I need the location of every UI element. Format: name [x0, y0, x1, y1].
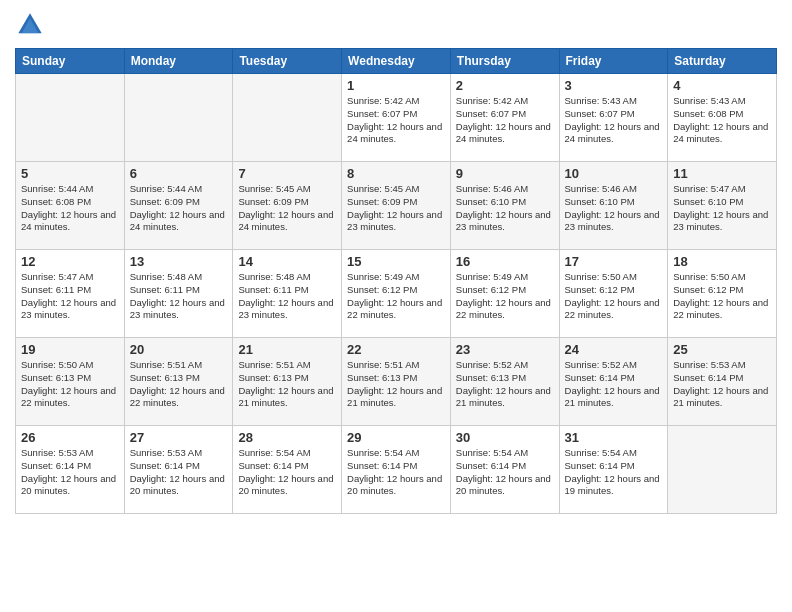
day-number: 13 [130, 254, 228, 269]
day-info: Sunrise: 5:54 AM Sunset: 6:14 PM Dayligh… [565, 447, 663, 498]
day-info: Sunrise: 5:52 AM Sunset: 6:14 PM Dayligh… [565, 359, 663, 410]
day-number: 17 [565, 254, 663, 269]
day-number: 6 [130, 166, 228, 181]
day-number: 22 [347, 342, 445, 357]
day-info: Sunrise: 5:54 AM Sunset: 6:14 PM Dayligh… [456, 447, 554, 498]
day-info: Sunrise: 5:46 AM Sunset: 6:10 PM Dayligh… [565, 183, 663, 234]
day-number: 2 [456, 78, 554, 93]
weekday-header-row: SundayMondayTuesdayWednesdayThursdayFrid… [16, 49, 777, 74]
day-number: 9 [456, 166, 554, 181]
day-info: Sunrise: 5:47 AM Sunset: 6:11 PM Dayligh… [21, 271, 119, 322]
calendar-cell: 14Sunrise: 5:48 AM Sunset: 6:11 PM Dayli… [233, 250, 342, 338]
calendar-cell: 15Sunrise: 5:49 AM Sunset: 6:12 PM Dayli… [342, 250, 451, 338]
calendar-cell: 16Sunrise: 5:49 AM Sunset: 6:12 PM Dayli… [450, 250, 559, 338]
week-row: 12Sunrise: 5:47 AM Sunset: 6:11 PM Dayli… [16, 250, 777, 338]
calendar-cell: 17Sunrise: 5:50 AM Sunset: 6:12 PM Dayli… [559, 250, 668, 338]
day-number: 30 [456, 430, 554, 445]
day-number: 29 [347, 430, 445, 445]
day-number: 12 [21, 254, 119, 269]
day-number: 23 [456, 342, 554, 357]
calendar-cell: 24Sunrise: 5:52 AM Sunset: 6:14 PM Dayli… [559, 338, 668, 426]
calendar-cell: 29Sunrise: 5:54 AM Sunset: 6:14 PM Dayli… [342, 426, 451, 514]
day-info: Sunrise: 5:45 AM Sunset: 6:09 PM Dayligh… [238, 183, 336, 234]
calendar-cell: 2Sunrise: 5:42 AM Sunset: 6:07 PM Daylig… [450, 74, 559, 162]
calendar-cell: 3Sunrise: 5:43 AM Sunset: 6:07 PM Daylig… [559, 74, 668, 162]
calendar-cell: 22Sunrise: 5:51 AM Sunset: 6:13 PM Dayli… [342, 338, 451, 426]
calendar-cell: 27Sunrise: 5:53 AM Sunset: 6:14 PM Dayli… [124, 426, 233, 514]
day-info: Sunrise: 5:43 AM Sunset: 6:07 PM Dayligh… [565, 95, 663, 146]
calendar-cell: 21Sunrise: 5:51 AM Sunset: 6:13 PM Dayli… [233, 338, 342, 426]
day-number: 31 [565, 430, 663, 445]
day-info: Sunrise: 5:51 AM Sunset: 6:13 PM Dayligh… [130, 359, 228, 410]
day-info: Sunrise: 5:42 AM Sunset: 6:07 PM Dayligh… [456, 95, 554, 146]
day-info: Sunrise: 5:42 AM Sunset: 6:07 PM Dayligh… [347, 95, 445, 146]
calendar-cell: 23Sunrise: 5:52 AM Sunset: 6:13 PM Dayli… [450, 338, 559, 426]
header [15, 10, 777, 40]
calendar-cell: 11Sunrise: 5:47 AM Sunset: 6:10 PM Dayli… [668, 162, 777, 250]
day-info: Sunrise: 5:44 AM Sunset: 6:08 PM Dayligh… [21, 183, 119, 234]
day-info: Sunrise: 5:43 AM Sunset: 6:08 PM Dayligh… [673, 95, 771, 146]
day-info: Sunrise: 5:46 AM Sunset: 6:10 PM Dayligh… [456, 183, 554, 234]
day-info: Sunrise: 5:54 AM Sunset: 6:14 PM Dayligh… [347, 447, 445, 498]
day-info: Sunrise: 5:50 AM Sunset: 6:13 PM Dayligh… [21, 359, 119, 410]
page: SundayMondayTuesdayWednesdayThursdayFrid… [0, 0, 792, 612]
day-info: Sunrise: 5:49 AM Sunset: 6:12 PM Dayligh… [347, 271, 445, 322]
calendar-cell: 9Sunrise: 5:46 AM Sunset: 6:10 PM Daylig… [450, 162, 559, 250]
logo-icon [15, 10, 45, 40]
calendar-cell: 12Sunrise: 5:47 AM Sunset: 6:11 PM Dayli… [16, 250, 125, 338]
week-row: 1Sunrise: 5:42 AM Sunset: 6:07 PM Daylig… [16, 74, 777, 162]
day-number: 19 [21, 342, 119, 357]
weekday-header: Tuesday [233, 49, 342, 74]
calendar-cell: 5Sunrise: 5:44 AM Sunset: 6:08 PM Daylig… [16, 162, 125, 250]
day-info: Sunrise: 5:49 AM Sunset: 6:12 PM Dayligh… [456, 271, 554, 322]
day-info: Sunrise: 5:54 AM Sunset: 6:14 PM Dayligh… [238, 447, 336, 498]
day-number: 14 [238, 254, 336, 269]
day-number: 10 [565, 166, 663, 181]
calendar-cell: 4Sunrise: 5:43 AM Sunset: 6:08 PM Daylig… [668, 74, 777, 162]
day-number: 3 [565, 78, 663, 93]
day-number: 21 [238, 342, 336, 357]
day-number: 16 [456, 254, 554, 269]
calendar-cell: 18Sunrise: 5:50 AM Sunset: 6:12 PM Dayli… [668, 250, 777, 338]
calendar-cell: 19Sunrise: 5:50 AM Sunset: 6:13 PM Dayli… [16, 338, 125, 426]
week-row: 26Sunrise: 5:53 AM Sunset: 6:14 PM Dayli… [16, 426, 777, 514]
calendar-cell [668, 426, 777, 514]
calendar-cell: 30Sunrise: 5:54 AM Sunset: 6:14 PM Dayli… [450, 426, 559, 514]
day-number: 1 [347, 78, 445, 93]
day-info: Sunrise: 5:47 AM Sunset: 6:10 PM Dayligh… [673, 183, 771, 234]
calendar-cell: 7Sunrise: 5:45 AM Sunset: 6:09 PM Daylig… [233, 162, 342, 250]
calendar-cell: 6Sunrise: 5:44 AM Sunset: 6:09 PM Daylig… [124, 162, 233, 250]
day-info: Sunrise: 5:53 AM Sunset: 6:14 PM Dayligh… [673, 359, 771, 410]
calendar-cell: 26Sunrise: 5:53 AM Sunset: 6:14 PM Dayli… [16, 426, 125, 514]
day-info: Sunrise: 5:53 AM Sunset: 6:14 PM Dayligh… [130, 447, 228, 498]
calendar-cell [124, 74, 233, 162]
weekday-header: Thursday [450, 49, 559, 74]
calendar-cell: 1Sunrise: 5:42 AM Sunset: 6:07 PM Daylig… [342, 74, 451, 162]
calendar-cell [16, 74, 125, 162]
day-info: Sunrise: 5:48 AM Sunset: 6:11 PM Dayligh… [130, 271, 228, 322]
day-number: 26 [21, 430, 119, 445]
week-row: 5Sunrise: 5:44 AM Sunset: 6:08 PM Daylig… [16, 162, 777, 250]
day-number: 25 [673, 342, 771, 357]
day-number: 18 [673, 254, 771, 269]
day-number: 7 [238, 166, 336, 181]
week-row: 19Sunrise: 5:50 AM Sunset: 6:13 PM Dayli… [16, 338, 777, 426]
day-number: 8 [347, 166, 445, 181]
calendar-cell: 25Sunrise: 5:53 AM Sunset: 6:14 PM Dayli… [668, 338, 777, 426]
logo [15, 10, 49, 40]
calendar-cell: 31Sunrise: 5:54 AM Sunset: 6:14 PM Dayli… [559, 426, 668, 514]
day-info: Sunrise: 5:50 AM Sunset: 6:12 PM Dayligh… [673, 271, 771, 322]
day-info: Sunrise: 5:51 AM Sunset: 6:13 PM Dayligh… [347, 359, 445, 410]
calendar-cell: 20Sunrise: 5:51 AM Sunset: 6:13 PM Dayli… [124, 338, 233, 426]
day-info: Sunrise: 5:51 AM Sunset: 6:13 PM Dayligh… [238, 359, 336, 410]
weekday-header: Saturday [668, 49, 777, 74]
day-info: Sunrise: 5:50 AM Sunset: 6:12 PM Dayligh… [565, 271, 663, 322]
day-number: 11 [673, 166, 771, 181]
day-number: 4 [673, 78, 771, 93]
day-info: Sunrise: 5:48 AM Sunset: 6:11 PM Dayligh… [238, 271, 336, 322]
day-info: Sunrise: 5:52 AM Sunset: 6:13 PM Dayligh… [456, 359, 554, 410]
calendar-cell: 8Sunrise: 5:45 AM Sunset: 6:09 PM Daylig… [342, 162, 451, 250]
day-number: 24 [565, 342, 663, 357]
calendar-table: SundayMondayTuesdayWednesdayThursdayFrid… [15, 48, 777, 514]
calendar-cell: 10Sunrise: 5:46 AM Sunset: 6:10 PM Dayli… [559, 162, 668, 250]
